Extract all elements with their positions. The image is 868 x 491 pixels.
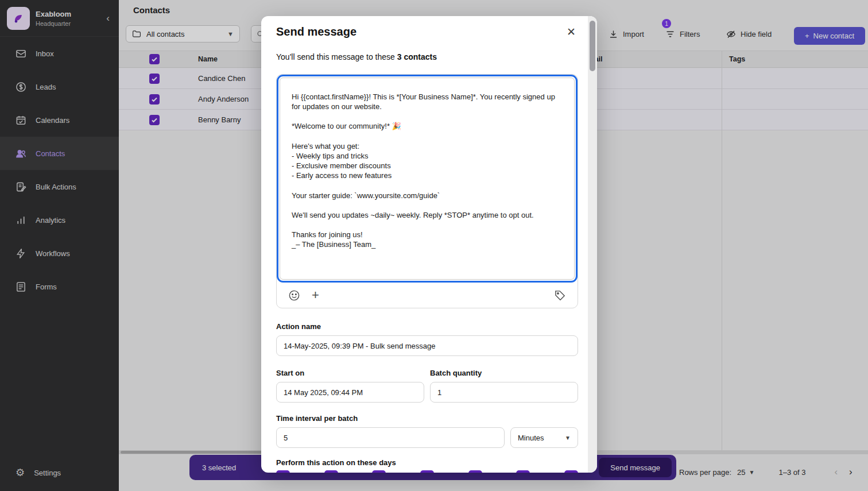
days-label: Perform this action on these days bbox=[276, 458, 578, 467]
day-checkbox[interactable] bbox=[372, 470, 386, 473]
compose-toolbar: + bbox=[277, 283, 578, 308]
app-window: Exabloom Headquarter ‹ Inbox Leads Calen… bbox=[0, 0, 868, 491]
tag-icon[interactable] bbox=[554, 289, 566, 301]
add-attachment-icon[interactable]: + bbox=[312, 289, 319, 301]
close-icon[interactable]: ✕ bbox=[564, 25, 578, 38]
batch-quantity-input[interactable] bbox=[430, 382, 578, 403]
day-checkbox[interactable] bbox=[420, 470, 434, 473]
time-unit-value: Minutes bbox=[518, 434, 544, 442]
message-compose-box: Hi {{contact.firstName}}! This is *[Your… bbox=[276, 74, 578, 308]
modal-scrollbar-thumb[interactable] bbox=[590, 21, 595, 71]
day-checkbox[interactable] bbox=[468, 470, 482, 473]
action-name-label: Action name bbox=[276, 322, 578, 331]
modal-title: Send message bbox=[276, 25, 356, 38]
send-message-modal: Send message ✕ You'll send this message … bbox=[261, 16, 597, 473]
emoji-icon[interactable] bbox=[288, 289, 300, 301]
message-textarea[interactable]: Hi {{contact.firstName}}! This is *[Your… bbox=[280, 78, 575, 280]
recipients-prefix: You'll send this message to these bbox=[276, 52, 397, 61]
start-on-input[interactable] bbox=[276, 382, 424, 403]
time-interval-label: Time interval per batch bbox=[276, 414, 578, 423]
recipients-line: You'll send this message to these 3 cont… bbox=[276, 52, 578, 61]
day-checkbox[interactable] bbox=[324, 470, 338, 473]
days-row bbox=[276, 470, 578, 473]
day-checkbox[interactable] bbox=[516, 470, 530, 473]
batch-quantity-label: Batch quantity bbox=[430, 369, 578, 377]
modal-scrollbar[interactable] bbox=[588, 16, 597, 473]
start-on-label: Start on bbox=[276, 369, 424, 377]
day-checkbox[interactable] bbox=[564, 470, 578, 473]
time-interval-input[interactable] bbox=[276, 427, 505, 448]
time-unit-select[interactable]: Minutes ▼ bbox=[510, 427, 578, 448]
chevron-down-icon: ▼ bbox=[565, 435, 571, 441]
action-name-input[interactable] bbox=[276, 335, 578, 356]
day-checkbox[interactable] bbox=[276, 470, 290, 473]
recipients-count: 3 contacts bbox=[397, 52, 437, 61]
